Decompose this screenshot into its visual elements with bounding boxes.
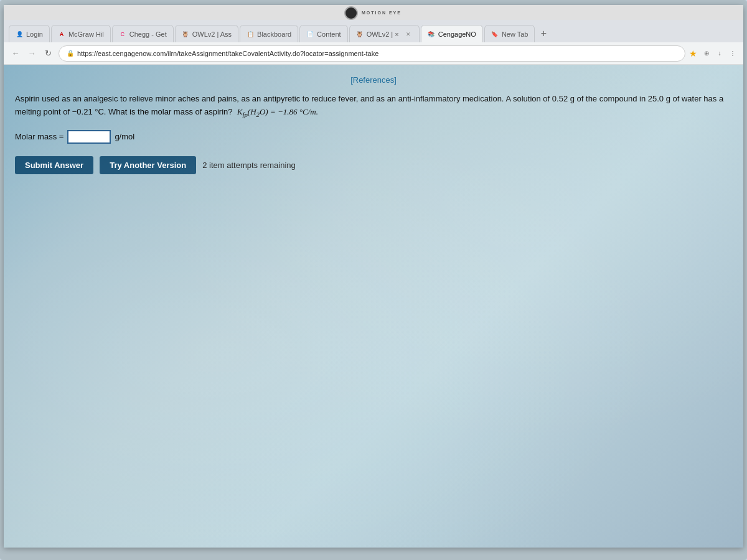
extension-button-1[interactable]: ⊕ (701, 48, 712, 59)
reload-button[interactable]: ↻ (41, 47, 55, 60)
molar-mass-label: Molar mass = (15, 132, 63, 141)
tab-label-owlv2-ass: OWLv2 | Ass (192, 30, 232, 38)
tab-label-mcgraw: McGraw Hil (68, 30, 104, 38)
page-content: [References] Aspirin used as an analgesi… (4, 65, 743, 548)
tab-close-owlv2-cx[interactable]: ✕ (404, 30, 413, 39)
forward-button[interactable]: → (25, 47, 39, 60)
tab-favicon-owlv2-ass: 🦉 (182, 30, 189, 38)
question-text: Aspirin used as an analgesic to relieve … (15, 93, 732, 120)
tab-label-login: Login (26, 30, 43, 38)
tab-login[interactable]: 👤 Login (9, 25, 50, 42)
molar-mass-unit: g/mol (115, 132, 134, 141)
tab-label-blackboard: Blackboard (257, 30, 291, 38)
url-bar[interactable]: 🔒 https://east.cengagenow.com/ilrn/takeA… (59, 45, 685, 62)
attempts-remaining-text: 2 item attempts remaining (202, 161, 296, 170)
new-tab-button[interactable]: + (536, 26, 551, 41)
tab-favicon-mcgraw: A (58, 30, 65, 38)
url-text: https://east.cengagenow.com/ilrn/takeAss… (77, 50, 378, 57)
motion-eye-label: MOTION EYE (362, 11, 402, 15)
tab-blackboard[interactable]: 📋 Blackboard (240, 25, 298, 42)
question-body: Aspirin used as an analgesic to relieve … (15, 94, 723, 116)
tab-label-newtab: New Tab (502, 30, 529, 38)
lock-icon: 🔒 (67, 50, 74, 57)
tab-content[interactable]: 📄 Content (299, 25, 348, 42)
tab-label-owlv2-cx: OWLv2 | × (367, 30, 399, 38)
extension-button-2[interactable]: ↓ (714, 48, 725, 59)
tab-favicon-blackboard: 📋 (247, 30, 254, 38)
tab-bar: 👤 Login A McGraw Hil C Chegg - Get 🦉 OWL… (4, 20, 743, 42)
extensions-area: ⊕ ↓ ⋮ (701, 48, 738, 59)
menu-button[interactable]: ⋮ (727, 48, 738, 59)
tab-cengageno[interactable]: 📚 CengageNO (421, 25, 483, 42)
tab-favicon-owlv2-cx: 🦉 (356, 30, 364, 38)
tab-chegg[interactable]: C Chegg - Get (112, 25, 174, 42)
molar-mass-input[interactable] (67, 130, 111, 144)
nav-buttons: ← → ↻ (9, 47, 55, 60)
tab-favicon-newtab: 🔖 (491, 30, 499, 38)
try-another-version-button[interactable]: Try Another Version (100, 156, 196, 174)
tab-favicon-chegg: C (119, 30, 126, 38)
tab-favicon-content: 📄 (306, 30, 314, 38)
camera-dot (345, 7, 357, 19)
action-buttons-row: Submit Answer Try Another Version 2 item… (15, 156, 732, 174)
tab-favicon-cengageno: 📚 (428, 30, 435, 38)
address-bar: ← → ↻ 🔒 https://east.cengagenow.com/ilrn… (4, 42, 743, 65)
back-button[interactable]: ← (9, 47, 22, 60)
references-link[interactable]: [References] (350, 75, 397, 85)
submit-answer-button[interactable]: Submit Answer (15, 156, 93, 174)
bookmark-star-button[interactable]: ★ (689, 49, 697, 58)
tab-owlv2-ass[interactable]: 🦉 OWLv2 | Ass (175, 25, 238, 42)
tab-mcgraw[interactable]: A McGraw Hil (51, 25, 111, 42)
molar-mass-row: Molar mass = g/mol (15, 130, 732, 144)
tab-newtab[interactable]: 🔖 New Tab (484, 25, 535, 42)
equation-text: Kfp(H2O) = −1.86 °C/m. (237, 107, 318, 116)
tab-owlv2-cx[interactable]: 🦉 OWLv2 | × ✕ (349, 25, 420, 42)
browser-window: MOTION EYE 👤 Login A McGraw Hil C Chegg … (4, 5, 743, 548)
camera-bar: MOTION EYE (4, 5, 743, 20)
tab-favicon-login: 👤 (16, 30, 23, 38)
references-section: [References] (15, 74, 732, 85)
tab-label-cengageno: CengageNO (438, 30, 476, 38)
tab-label-content: Content (317, 30, 341, 38)
tab-label-chegg: Chegg - Get (129, 30, 167, 38)
